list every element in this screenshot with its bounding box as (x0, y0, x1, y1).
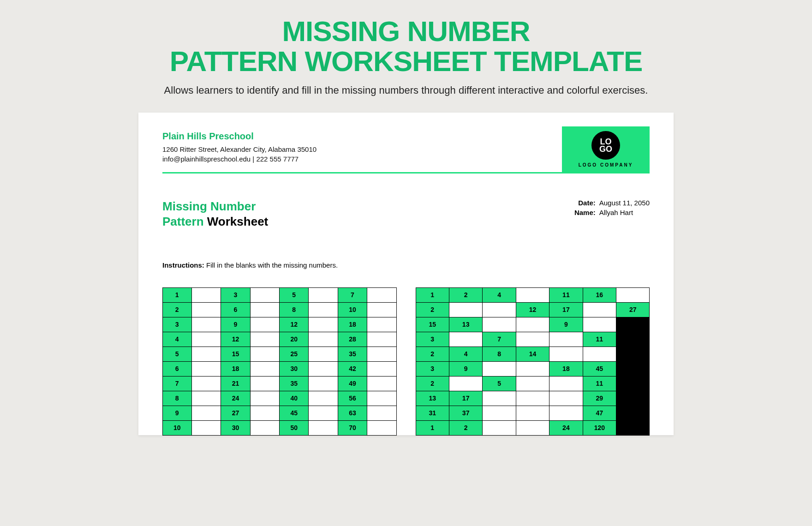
filled-cell: 5 (279, 287, 309, 303)
blank-cell[interactable] (250, 332, 280, 347)
blank-cell[interactable] (191, 361, 221, 377)
blank-cell[interactable] (308, 302, 338, 317)
filled-cell: 13 (416, 391, 449, 406)
blank-cell[interactable] (516, 287, 549, 303)
blank-cell[interactable] (308, 287, 338, 303)
blank-cell[interactable] (482, 317, 516, 332)
filled-cell: 3 (162, 317, 192, 332)
filled-cell: 9 (162, 406, 192, 421)
blank-cell[interactable] (583, 317, 616, 332)
blank-cell[interactable] (367, 317, 396, 332)
blank-cell[interactable] (549, 376, 583, 391)
filled-cell: 120 (583, 420, 616, 436)
blank-cell[interactable] (482, 406, 516, 421)
blank-cell[interactable] (449, 302, 483, 317)
filled-cell: 31 (416, 406, 449, 421)
blank-cell[interactable] (191, 287, 221, 303)
blank-cell[interactable] (308, 361, 338, 377)
filled-cell: 10 (162, 420, 192, 436)
blank-cell[interactable] (367, 302, 396, 317)
filled-cell: 12 (279, 317, 309, 332)
blank-cell[interactable] (250, 347, 280, 362)
filled-cell: 5 (162, 347, 192, 362)
blank-cell[interactable] (367, 420, 396, 436)
blank-cell[interactable] (191, 376, 221, 391)
blank-cell[interactable] (191, 391, 221, 406)
blank-cell[interactable] (516, 317, 549, 332)
blank-cell[interactable] (250, 376, 280, 391)
name-label: Name: (571, 209, 596, 216)
filled-cell: 6 (162, 361, 192, 377)
blank-cell[interactable] (516, 376, 549, 391)
blank-cell[interactable] (308, 406, 338, 421)
filled-cell: 2 (416, 376, 449, 391)
blank-cell[interactable] (250, 302, 280, 317)
blank-cell[interactable] (367, 376, 396, 391)
blank-cell[interactable] (482, 302, 516, 317)
filled-cell: 9 (221, 317, 250, 332)
worksheet-document: Plain Hills Preschool 1260 Ritter Street… (138, 113, 674, 435)
number-grid-right: 1241116212172715139371124814391845251113… (416, 287, 650, 435)
blank-cell[interactable] (308, 332, 338, 347)
blank-cell[interactable] (616, 287, 650, 303)
page-subtitle: Allows learners to identify and fill in … (0, 84, 812, 96)
blank-cell[interactable] (449, 376, 483, 391)
blank-cell[interactable] (308, 391, 338, 406)
grid-row: 24814 (416, 347, 650, 361)
blank-cell[interactable] (367, 406, 396, 421)
filled-cell: 42 (338, 361, 367, 377)
filled-cell: 8 (482, 347, 516, 362)
blank-cell[interactable] (250, 406, 280, 421)
blank-cell[interactable] (191, 420, 221, 436)
blank-cell[interactable] (191, 317, 221, 332)
blank-cell[interactable] (583, 347, 616, 362)
blank-cell[interactable] (549, 391, 583, 406)
blank-cell[interactable] (449, 332, 483, 347)
blank-cell[interactable] (308, 420, 338, 436)
filled-cell: 49 (338, 376, 367, 391)
title-line2: PATTERN WORKSHEET TEMPLATE (170, 45, 643, 77)
blank-cell[interactable] (308, 347, 338, 362)
blank-cell[interactable] (549, 332, 583, 347)
blank-cell[interactable] (367, 391, 396, 406)
blank-cell[interactable] (516, 361, 549, 377)
blank-cell[interactable] (250, 391, 280, 406)
grid-row: 7213549 (162, 376, 396, 391)
organization-name: Plain Hills Preschool (162, 131, 316, 142)
filled-cell: 28 (338, 332, 367, 347)
blank-cell[interactable] (191, 406, 221, 421)
blank-cell[interactable] (516, 420, 549, 436)
blank-cell[interactable] (516, 406, 549, 421)
organization-address: 1260 Ritter Street, Alexander City, Alab… (162, 144, 316, 154)
blank-cell[interactable] (516, 391, 549, 406)
blank-cell[interactable] (482, 391, 516, 406)
dark-cell (616, 317, 650, 332)
meta-fields: Date: August 11, 2050 Name: Allyah Hart (571, 199, 650, 218)
blank-cell[interactable] (250, 287, 280, 303)
blank-cell[interactable] (549, 406, 583, 421)
blank-cell[interactable] (308, 317, 338, 332)
blank-cell[interactable] (191, 302, 221, 317)
blank-cell[interactable] (516, 332, 549, 347)
blank-cell[interactable] (250, 420, 280, 436)
blank-cell[interactable] (367, 332, 396, 347)
blank-cell[interactable] (367, 287, 396, 303)
filled-cell: 24 (549, 420, 583, 436)
blank-cell[interactable] (367, 347, 396, 362)
blank-cell[interactable] (482, 420, 516, 436)
blank-cell[interactable] (191, 332, 221, 347)
filled-cell: 45 (583, 361, 616, 377)
name-value: Allyah Hart (599, 209, 633, 216)
blank-cell[interactable] (367, 361, 396, 377)
blank-cell[interactable] (250, 361, 280, 377)
blank-cell[interactable] (482, 361, 516, 377)
blank-cell[interactable] (191, 347, 221, 362)
blank-cell[interactable] (549, 347, 583, 362)
grid-row: 8244056 (162, 391, 396, 406)
blank-cell[interactable] (308, 376, 338, 391)
dark-cell (616, 361, 650, 377)
blank-cell[interactable] (250, 317, 280, 332)
number-grid-left: 1357268103912184122028515253561830427213… (162, 287, 396, 435)
blank-cell[interactable] (583, 302, 616, 317)
grid-row: 1224120 (416, 420, 650, 435)
